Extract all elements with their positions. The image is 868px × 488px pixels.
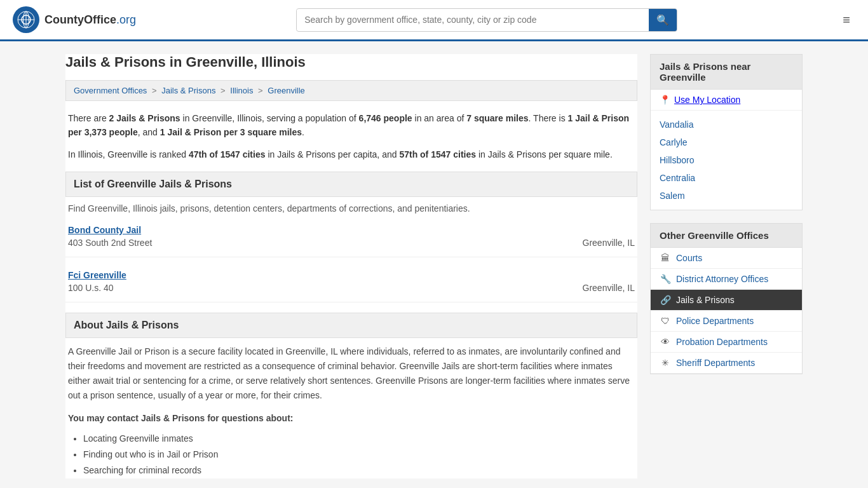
breadcrumb: Government Offices > Jails & Prisons > I…	[65, 80, 637, 101]
sidebar: Jails & Prisons near Greenville 📍 Use My…	[650, 54, 803, 478]
facility-item: Bond County Jail 403 South 2nd Street Gr…	[65, 222, 637, 257]
list-item: Vandalia	[651, 116, 802, 133]
logo-area: CountyOffice.org	[13, 6, 136, 33]
office-item-sheriff[interactable]: ✳ Sheriff Departments	[651, 353, 802, 374]
page-title: Jails & Prisons in Greenville, Illinois	[65, 54, 637, 71]
nearby-box: Jails & Prisons near Greenville 📍 Use My…	[650, 54, 803, 210]
breadcrumb-greenville[interactable]: Greenville	[268, 86, 305, 95]
city-link-vandalia[interactable]: Vandalia	[660, 119, 693, 130]
about-section-header: About Jails & Prisons	[65, 313, 637, 338]
search-bar: 🔍	[296, 8, 677, 32]
description-paragraph-1: There are 2 Jails & Prisons in Greenvill…	[65, 111, 637, 140]
search-icon: 🔍	[656, 15, 669, 25]
contact-item: Locating Greenville inmates	[83, 431, 637, 447]
menu-button[interactable]: ≡	[837, 10, 855, 30]
header: CountyOffice.org 🔍 ≡	[0, 0, 868, 41]
office-item-probation[interactable]: 👁 Probation Departments	[651, 332, 802, 353]
facility-name-bond-county[interactable]: Bond County Jail	[68, 225, 635, 235]
list-item: Salem	[651, 187, 802, 205]
office-item-courts[interactable]: 🏛 Courts	[651, 248, 802, 269]
da-icon: 🔧	[660, 274, 671, 284]
search-input[interactable]	[297, 10, 649, 30]
breadcrumb-jails-prisons[interactable]: Jails & Prisons	[161, 86, 215, 95]
probation-icon: 👁	[660, 337, 671, 347]
nearby-cities-list: Vandalia Carlyle Hillsboro Centralia Sal…	[651, 111, 802, 210]
office-link-jails[interactable]: Jails & Prisons	[676, 295, 735, 305]
contact-item: Finding out who is in Jail or Prison	[83, 447, 637, 463]
city-link-hillsboro[interactable]: Hillsboro	[660, 155, 694, 165]
courts-icon: 🏛	[660, 253, 671, 263]
city-link-salem[interactable]: Salem	[660, 191, 685, 201]
office-link-da[interactable]: District Attorney Offices	[676, 274, 768, 284]
desc-bold-pop: 6,746 people	[359, 113, 412, 123]
facility-address-fci: 100 U.s. 40	[68, 283, 114, 293]
contact-item: Searching for criminal records	[83, 463, 637, 478]
office-link-police[interactable]: Police Departments	[676, 316, 754, 326]
breadcrumb-illinois[interactable]: Illinois	[230, 86, 253, 95]
facility-city-fci: Greenville, IL	[583, 283, 635, 293]
list-item: Centralia	[651, 169, 802, 187]
facility-details-bond: 403 South 2nd Street Greenville, IL	[68, 238, 635, 248]
breadcrumb-sep1: >	[152, 86, 159, 95]
office-link-courts[interactable]: Courts	[676, 253, 702, 263]
desc-bold-rank1: 47th of 1547 cities	[189, 149, 266, 159]
about-text: A Greenville Jail or Prison is a secure …	[65, 344, 637, 403]
logo-icon	[13, 6, 39, 33]
office-item-police[interactable]: 🛡 Police Departments	[651, 311, 802, 332]
desc-bold-count: 2 Jails & Prisons	[109, 113, 180, 123]
desc-bold-persqmi: 1 Jail & Prison per 3 square miles	[160, 127, 302, 137]
facility-city-bond: Greenville, IL	[583, 238, 635, 248]
search-button[interactable]: 🔍	[649, 9, 677, 31]
use-my-location-link[interactable]: Use My Location	[674, 95, 740, 105]
office-item-da[interactable]: 🔧 District Attorney Offices	[651, 269, 802, 290]
main-container: Jails & Prisons in Greenville, Illinois …	[53, 41, 815, 488]
location-pin-icon: 📍	[660, 95, 670, 105]
contact-list: Locating Greenville inmates Finding out …	[65, 431, 637, 479]
use-my-location[interactable]: 📍 Use My Location	[651, 90, 802, 111]
list-item: Hillsboro	[651, 151, 802, 169]
city-link-carlyle[interactable]: Carlyle	[660, 137, 688, 147]
police-icon: 🛡	[660, 316, 671, 326]
facility-name-fci[interactable]: Fci Greenville	[68, 270, 635, 280]
facility-item: Fci Greenville 100 U.s. 40 Greenville, I…	[65, 268, 637, 302]
facility-details-fci: 100 U.s. 40 Greenville, IL	[68, 283, 635, 293]
sheriff-icon: ✳	[660, 358, 671, 368]
logo-text: CountyOffice.org	[44, 13, 136, 27]
breadcrumb-gov-offices[interactable]: Government Offices	[74, 86, 147, 95]
other-offices-box: Other Greenville Offices 🏛 Courts 🔧 Dist…	[650, 223, 803, 374]
list-item: Carlyle	[651, 133, 802, 151]
hamburger-icon: ≡	[843, 13, 850, 27]
office-link-sheriff[interactable]: Sheriff Departments	[676, 358, 755, 368]
facility-address-bond: 403 South 2nd Street	[68, 238, 152, 248]
list-description: Find Greenville, Illinois jails, prisons…	[65, 203, 637, 214]
contact-header: You may contact Jails & Prisons for ques…	[65, 411, 637, 426]
desc-bold-area: 7 square miles	[466, 113, 528, 123]
city-link-centralia[interactable]: Centralia	[660, 173, 695, 183]
list-section-header: List of Greenville Jails & Prisons	[65, 172, 637, 197]
breadcrumb-sep2: >	[220, 86, 227, 95]
nearby-title: Jails & Prisons near Greenville	[651, 55, 802, 90]
office-item-jails[interactable]: 🔗 Jails & Prisons	[651, 290, 802, 311]
jails-icon: 🔗	[660, 295, 671, 305]
description-paragraph-2: In Illinois, Greenville is ranked 47th o…	[65, 147, 637, 161]
office-link-probation[interactable]: Probation Departments	[676, 337, 768, 347]
content-area: Jails & Prisons in Greenville, Illinois …	[65, 54, 637, 478]
desc-bold-rank2: 57th of 1547 cities	[399, 149, 476, 159]
breadcrumb-sep3: >	[258, 86, 265, 95]
other-offices-title: Other Greenville Offices	[651, 224, 802, 248]
